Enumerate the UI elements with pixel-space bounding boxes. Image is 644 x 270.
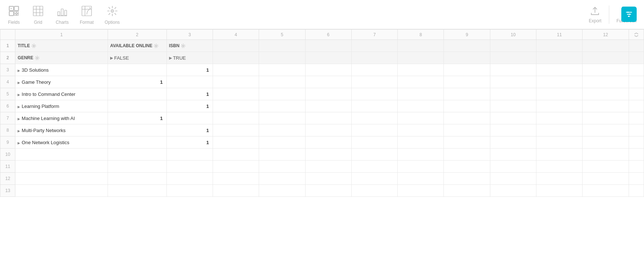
- format-button[interactable]: Format: [80, 4, 94, 25]
- value-cell: 1: [166, 64, 213, 76]
- format-icon: [80, 4, 93, 18]
- main-toolbar: Fields Grid: [0, 0, 644, 29]
- grid-button[interactable]: Grid: [31, 4, 45, 25]
- row-num: 6: [0, 100, 15, 112]
- title-value: Learning Platform: [22, 104, 59, 109]
- table-row: 9 One Network Logistics 1: [0, 136, 644, 149]
- title-value: 3D Solutions: [22, 67, 49, 73]
- charts-button[interactable]: Charts: [56, 4, 69, 25]
- value-cell: 1: [166, 88, 213, 100]
- expand-icon[interactable]: [18, 67, 20, 73]
- svg-line-36: [115, 13, 116, 14]
- title-gear-icon[interactable]: [31, 44, 36, 48]
- available-online-gear-icon[interactable]: [154, 44, 158, 48]
- col-num-7: 7: [351, 30, 397, 40]
- svg-rect-2: [10, 11, 14, 15]
- table-row-empty: 13: [0, 185, 644, 197]
- available-online-header-label: AVAILABLE ONLINE: [110, 43, 153, 48]
- col-num-4: 4: [213, 30, 259, 40]
- svg-line-38: [109, 13, 110, 14]
- genre-gear-icon[interactable]: [35, 56, 40, 60]
- expand-icon[interactable]: [18, 104, 20, 109]
- table-row-empty: 11: [0, 161, 644, 173]
- row-num-1: 1: [0, 40, 15, 52]
- genre-header-cell: GENRE: [15, 52, 108, 64]
- data-grid: 1 2 3 4 5 6 7 8 9 10 11 12: [0, 29, 644, 270]
- svg-point-47: [629, 14, 630, 15]
- col-corner-right: [629, 30, 644, 40]
- svg-point-56: [35, 56, 39, 60]
- table-row: 3 3D Solutions 1: [0, 64, 644, 76]
- title-cell: Machine Learning with AI: [15, 112, 108, 124]
- value-cell: 1: [166, 136, 213, 149]
- isbn-gear-icon[interactable]: [181, 44, 186, 48]
- title-cell: Intro to Command Center: [15, 88, 108, 100]
- expand-icon[interactable]: [18, 140, 20, 145]
- svg-rect-14: [33, 6, 43, 15]
- row-num-2: 2: [0, 52, 15, 64]
- row-num: 3: [0, 64, 15, 76]
- true-subheader-cell: ▶ true: [166, 52, 213, 64]
- fields-label: Fields: [8, 20, 20, 25]
- title-value: Multi-Party Networks: [22, 128, 65, 133]
- svg-point-55: [37, 57, 38, 59]
- svg-point-50: [32, 44, 35, 48]
- col-num-2: 2: [108, 30, 166, 40]
- svg-line-27: [87, 11, 87, 14]
- svg-point-29: [111, 10, 114, 12]
- row-num: 4: [0, 76, 15, 88]
- table-row: 4 Game Theory 1: [0, 76, 644, 88]
- svg-rect-19: [58, 11, 60, 15]
- col-num-10: 10: [490, 30, 536, 40]
- svg-line-37: [115, 7, 116, 8]
- col-num-3: 3: [166, 30, 213, 40]
- value-cell: 1: [166, 124, 213, 136]
- grid-header-row-2: 2 GENRE: [0, 52, 644, 64]
- title-value: Game Theory: [22, 79, 50, 85]
- filter-button[interactable]: [621, 7, 637, 22]
- svg-line-28: [90, 7, 91, 8]
- title-cell: Game Theory: [15, 76, 108, 88]
- expand-icon[interactable]: [18, 128, 20, 133]
- options-icon: [106, 4, 119, 18]
- row-num: 8: [0, 124, 15, 136]
- isbn-header-cell: ISBN: [166, 40, 213, 52]
- row-num: 9: [0, 136, 15, 149]
- table-row: 8 Multi-Party Networks 1: [0, 124, 644, 136]
- svg-point-53: [183, 45, 184, 46]
- svg-point-9: [16, 13, 17, 14]
- available-online-header-cell: AVAILABLE ONLINE: [108, 40, 166, 52]
- svg-point-54: [181, 44, 185, 48]
- svg-rect-7: [9, 11, 14, 15]
- genre-header-label: GENRE: [18, 55, 33, 60]
- expand-icon[interactable]: [18, 79, 20, 85]
- col-num-9: 9: [444, 30, 490, 40]
- true-label: true: [173, 55, 186, 61]
- svg-rect-21: [65, 10, 67, 15]
- col-num-12: 12: [583, 30, 629, 40]
- expand-icon[interactable]: [18, 91, 20, 97]
- title-value: Intro to Command Center: [22, 91, 75, 97]
- value-cell: 1: [108, 112, 166, 124]
- corner-cell: [0, 30, 15, 40]
- isbn-header-label: ISBN: [169, 43, 180, 48]
- options-button[interactable]: Options: [105, 4, 120, 25]
- svg-point-52: [154, 44, 158, 48]
- toolbar-divider: [609, 5, 609, 24]
- svg-line-35: [109, 7, 110, 8]
- table-row: 7 Machine Learning with AI 1: [0, 112, 644, 124]
- grid-label: Grid: [34, 20, 42, 25]
- row-num: 7: [0, 112, 15, 124]
- table-row-empty: 12: [0, 173, 644, 185]
- col-num-11: 11: [536, 30, 583, 40]
- svg-rect-1: [14, 6, 18, 10]
- svg-line-26: [87, 8, 90, 11]
- col-num-8: 8: [398, 30, 444, 40]
- svg-rect-20: [61, 9, 63, 15]
- title-header-cell: TITLE: [15, 40, 108, 52]
- title-value: One Network Logistics: [22, 140, 69, 145]
- col-num-5: 5: [259, 30, 305, 40]
- fields-button[interactable]: Fields: [7, 4, 20, 25]
- export-button[interactable]: Export: [589, 6, 602, 23]
- expand-icon[interactable]: [18, 116, 20, 121]
